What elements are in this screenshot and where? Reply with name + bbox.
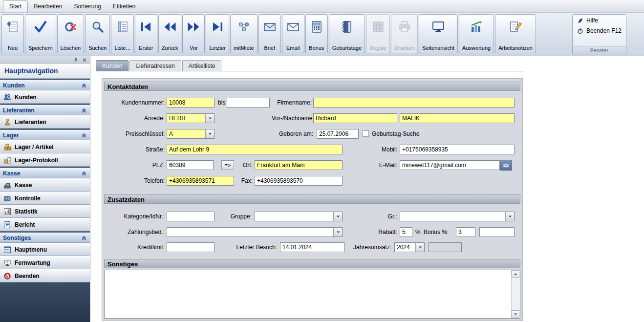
nachname-field[interactable]: MALIK	[400, 113, 515, 123]
arbeitsnotizen-button[interactable]: Arbeitsnotizen	[495, 14, 536, 53]
fenster-group-caption: Fenster	[573, 46, 626, 55]
send-email-button[interactable]	[500, 160, 512, 171]
gruppe-combo[interactable]	[255, 212, 343, 221]
memo-scrollbar[interactable]	[511, 270, 520, 318]
toolbar: Neu Speichern Löschen Suchen Liste... Er…	[0, 13, 644, 56]
neu-button[interactable]: Neu	[1, 14, 24, 53]
sidebar-group-lieferanten[interactable]: Lieferanten	[0, 105, 90, 115]
sidebar-item-bericht[interactable]: Bericht	[0, 218, 90, 231]
kundennummer-bis-field[interactable]	[227, 98, 270, 107]
preisschluessel-combo[interactable]: A	[167, 129, 215, 139]
beenden-f12-button[interactable]: Beenden F12	[573, 25, 626, 35]
hilfe-button[interactable]: Hilfe	[573, 15, 626, 25]
bonus-button[interactable]: Bonus	[305, 14, 328, 53]
erster-button[interactable]: Erster	[135, 14, 157, 53]
sidebar-item-kasse[interactable]: Kasse	[0, 178, 90, 192]
dropdown-arrow-icon[interactable]	[333, 212, 342, 221]
sidebar-item-beenden[interactable]: Beenden	[0, 269, 90, 282]
regale-button: Regale	[366, 14, 390, 53]
gr-combo[interactable]	[400, 212, 515, 221]
sidebar-item-lager-protokoll[interactable]: Lager-Protokoll	[0, 153, 90, 167]
auswertung-button[interactable]: Auswertung	[459, 14, 494, 53]
tab-artikelliste[interactable]: Artikelliste	[182, 60, 222, 71]
cash-register-icon	[3, 181, 11, 189]
pin-icon[interactable]	[73, 57, 79, 63]
monitor-icon	[431, 17, 445, 37]
menu-sortierung[interactable]: Sortierung	[68, 1, 107, 12]
power-icon	[3, 272, 11, 280]
letter-icon	[263, 17, 277, 37]
scroll-down-icon[interactable]	[512, 310, 519, 318]
speichern-button[interactable]: Speichern	[25, 14, 56, 53]
bonus-field[interactable]: 3	[456, 227, 475, 237]
dropdown-arrow-icon[interactable]	[205, 129, 214, 138]
vorname-field[interactable]: Richard	[313, 113, 397, 123]
scroll-up-icon[interactable]	[512, 270, 519, 278]
letzter-button[interactable]: Letzter	[206, 14, 229, 53]
kategorie-field[interactable]	[167, 212, 215, 221]
fax-field[interactable]: +4306935893570	[255, 176, 343, 186]
email-button[interactable]: Email	[282, 14, 304, 53]
sidebar-item-hauptmenu[interactable]: Hauptmenu	[0, 243, 90, 256]
sidebar-item-statistik[interactable]: Statistik	[0, 205, 90, 218]
seitenansicht-button[interactable]: Seitenansicht	[419, 14, 458, 53]
sidebar-group-lager[interactable]: Lager	[0, 130, 90, 140]
sidebar-item-fernwartung[interactable]: Fernwartung	[0, 256, 90, 269]
tab-kunden[interactable]: Kunden	[96, 60, 129, 71]
ort-field[interactable]: Frankfurt am Main	[255, 160, 343, 170]
menu-start[interactable]: Start	[3, 0, 28, 12]
sidebar-item-lieferanten[interactable]: Lieferanten	[0, 115, 90, 129]
plz-lookup-button[interactable]: =>	[221, 160, 234, 170]
menu-bearbeiten[interactable]: Bearbeiten	[28, 1, 68, 12]
sidebar-item-kontrolle[interactable]: Kontrolle	[0, 192, 90, 205]
geburtstag-suche-checkbox[interactable]	[363, 130, 369, 137]
kreditlimit-field[interactable]	[167, 242, 215, 252]
gruppe-label: Gruppe:	[213, 212, 252, 221]
geboren-am-field[interactable]: 25.07.2006	[317, 129, 359, 139]
sidebar-group-kunden[interactable]: Kunden	[0, 80, 90, 90]
sonstiges-memo[interactable]	[104, 270, 520, 319]
sidebar-group-sonstiges[interactable]: Sonstiges	[0, 233, 90, 243]
delete-icon	[64, 17, 77, 37]
molecule-icon	[237, 17, 251, 37]
plz-field[interactable]: 60389	[167, 160, 214, 170]
anrede-combo[interactable]: HERR	[167, 113, 215, 123]
jahresumsatz-value-field	[429, 242, 462, 252]
rabatt-field[interactable]: 5	[400, 227, 412, 237]
sidebar-item-kunden[interactable]: Kunden	[0, 90, 90, 104]
dropdown-arrow-icon[interactable]	[333, 228, 342, 236]
suchen-button[interactable]: Suchen	[85, 14, 110, 53]
kundennummer-field[interactable]: 10008	[167, 98, 215, 107]
anrede-label: Anrede:	[104, 113, 165, 123]
bonus-extra-field[interactable]	[479, 227, 515, 237]
search-icon	[91, 17, 105, 37]
dropdown-arrow-icon[interactable]	[205, 114, 214, 123]
zahlungsbed-combo[interactable]	[167, 227, 343, 237]
tab-lieferadressen[interactable]: Lieferadressen	[129, 60, 181, 71]
liste-button[interactable]: Liste...	[111, 14, 133, 53]
strasse-field[interactable]: Auf dem Lohr 9	[167, 145, 343, 154]
menu-etiketten[interactable]: Etiketten	[107, 1, 142, 12]
geburtstage-button[interactable]: Geburtstage	[329, 14, 365, 53]
sidebar-group-kasse[interactable]: Kasse	[0, 168, 90, 178]
email-field[interactable]: minewet117@gmail.com	[400, 160, 500, 170]
jahresumsatz-combo[interactable]: 2024	[394, 242, 425, 252]
previous-record-icon	[163, 17, 177, 37]
zurueck-button[interactable]: Zurück	[158, 14, 182, 53]
loeschen-button[interactable]: Löschen	[57, 14, 85, 53]
bis-label: bis	[218, 98, 227, 107]
vor-button[interactable]: Vor	[182, 14, 205, 53]
mobil-field[interactable]: +0175069358935	[400, 145, 515, 154]
close-icon[interactable]	[82, 57, 87, 63]
brief-button[interactable]: Brief	[258, 14, 281, 53]
main-menu-icon	[3, 246, 11, 254]
sidebar-item-lager-artikel[interactable]: Lager / Artikel	[0, 140, 90, 153]
first-record-icon	[139, 17, 153, 37]
telefon-field[interactable]: +4306935893571	[167, 176, 234, 186]
mitmiete-button[interactable]: mitMiete	[230, 14, 258, 53]
firmenname-field[interactable]	[313, 98, 515, 107]
list-icon	[116, 17, 129, 37]
letzter-besuch-field[interactable]: 14.01.2024	[280, 242, 344, 252]
dropdown-arrow-icon[interactable]	[415, 243, 424, 252]
dropdown-arrow-icon[interactable]	[505, 212, 514, 221]
